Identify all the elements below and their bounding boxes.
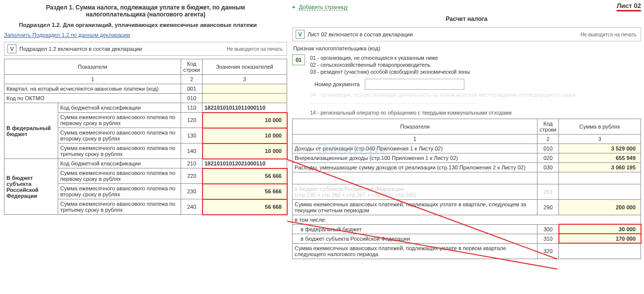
- row-oktmo: Код по ОКТМО 010: [4, 94, 287, 103]
- col-header-2: Код строки: [181, 59, 203, 75]
- taxcode-value[interactable]: 01: [292, 54, 305, 65]
- rsub-3: 3: [559, 134, 641, 144]
- left-pane: Раздел 1. Сумма налога, подлежащая уплат…: [0, 0, 290, 294]
- row-020: Внереализационные доходы (стр.100 Прилож…: [293, 153, 641, 162]
- sum-281: [559, 184, 641, 199]
- left-subtitle: Подраздел 1.2. Для организаций, уплачива…: [19, 22, 287, 28]
- row-kvartal: Квартал, на который исчисляются авансовы…: [4, 84, 287, 94]
- docnum-label: Номер документа: [315, 81, 360, 87]
- right-pane: + Добавить страницу Лист 02 Расчет налог…: [290, 0, 644, 294]
- row-subj-kbk: В бюджет субъекта Российской Федерации К…: [4, 159, 287, 168]
- val-140[interactable]: 10 000: [203, 144, 287, 159]
- noprint-label: Не выводится на печать: [226, 46, 287, 52]
- include-checkbox-02[interactable]: V: [296, 30, 305, 39]
- val-230[interactable]: 56 666: [203, 184, 287, 199]
- include-label-02: Лист 02 включается в состав декларации: [308, 31, 413, 37]
- rsub-1: 1: [293, 134, 537, 144]
- val-001[interactable]: [203, 84, 287, 94]
- fill-section-link[interactable]: Заполнить Подраздел 1.2 по данным деклар…: [4, 32, 130, 38]
- faded-04: 04 - организация, осуществляющая деятель…: [310, 92, 641, 98]
- include-checkbox[interactable]: V: [7, 44, 16, 53]
- left-table: Показатели Код строки Значения показател…: [4, 59, 287, 215]
- row-320: Сумма ежемесячных авансовых платежей, по…: [293, 243, 641, 259]
- rcol-2: Код строки: [537, 119, 559, 134]
- val-240[interactable]: 56 668: [203, 199, 287, 215]
- val-130[interactable]: 10 000: [203, 128, 287, 144]
- col-header-1: Показатели: [4, 59, 181, 75]
- docnum-input[interactable]: [365, 79, 464, 90]
- sum-300[interactable]: 30 000: [559, 224, 641, 234]
- include-label: Подраздел 1.2 включается в состав деклар…: [19, 46, 142, 52]
- right-title: Расчет налога: [292, 15, 641, 22]
- noprint-label-02: Не выводится на печать: [580, 32, 641, 37]
- right-table: Показатели Код строки Сумма в рублях 1 2…: [292, 119, 641, 259]
- fed-header: В федеральный бюджет: [4, 103, 58, 159]
- row-310: в бюджет субъекта Российской Федерации 3…: [293, 234, 641, 243]
- sum-020[interactable]: 655 949: [559, 153, 641, 162]
- sum-310[interactable]: 170 000: [559, 234, 641, 243]
- val-220[interactable]: 56 666: [203, 168, 287, 184]
- val-210: 18210101012021000110: [203, 159, 287, 168]
- row-290: Сумма ежемесячных авансовых платежей, по…: [293, 199, 641, 215]
- sum-320[interactable]: [559, 243, 641, 259]
- subhead-2: 2: [181, 75, 203, 84]
- include-section-12: V Подраздел 1.2 включается в состав декл…: [4, 42, 287, 56]
- val-120[interactable]: 10 000: [203, 113, 287, 128]
- rcol-3: Сумма в рублях: [559, 119, 641, 134]
- taxcode-list: 01 - организация, не относящаяся к указа…: [310, 54, 470, 76]
- subhead-1: 1: [4, 75, 181, 84]
- include-sheet-02: V Лист 02 включается в состав декларации…: [292, 27, 641, 41]
- row-fed-kbk: В федеральный бюджет Код бюджетной класс…: [4, 103, 287, 113]
- row-010: Доходы от реализации (стр.040 Приложения…: [293, 144, 641, 153]
- sum-030[interactable]: 3 060 195: [559, 162, 641, 172]
- row-030: Расходы, уменьшающие сумму доходов от ре…: [293, 162, 641, 172]
- val-010[interactable]: [203, 94, 287, 103]
- sum-010[interactable]: 3 529 000: [559, 144, 641, 153]
- sum-290[interactable]: 200 000: [559, 199, 641, 215]
- sheet-02-label: Лист 02: [617, 2, 641, 11]
- subhead-3: 3: [203, 75, 287, 84]
- row-300: в федеральный бюджет 300 30 000: [293, 224, 641, 234]
- rcol-1: Показатели: [293, 119, 537, 134]
- gap-row: [293, 172, 641, 184]
- row-incl: в том числе:: [293, 215, 641, 224]
- plus-icon: +: [292, 4, 295, 10]
- taxcode-heading: Признак налогоплательщика (код): [293, 45, 641, 51]
- val-110: 18210101011011000110: [203, 103, 287, 113]
- subj-header: В бюджет субъекта Российской Федерации: [4, 159, 58, 215]
- rsub-2: 2: [537, 134, 559, 144]
- add-page-link[interactable]: Добавить страницу: [299, 4, 348, 10]
- reg-hint-14: 14 - региональный оператор по обращению …: [310, 110, 641, 116]
- row-281: в бюджет субъекта Российской Федерации (…: [293, 184, 641, 199]
- col-header-3: Значения показателей: [203, 59, 287, 75]
- left-title: Раздел 1. Сумма налога, подлежащая уплат…: [19, 4, 272, 18]
